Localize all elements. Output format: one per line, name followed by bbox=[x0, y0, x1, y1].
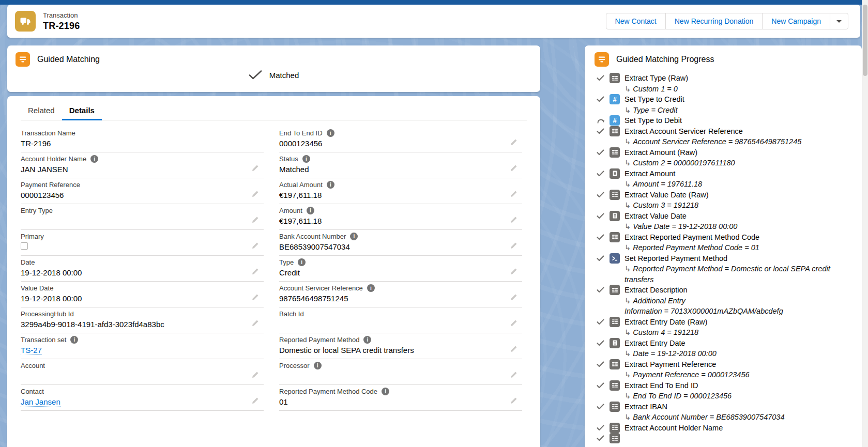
field-processinghub-id: ProcessingHub Id3299a4b9-9018-4191-afd3-… bbox=[21, 307, 264, 333]
scrollbar-thumb[interactable] bbox=[863, 5, 867, 76]
page-scrollbar[interactable] bbox=[862, 0, 868, 447]
edit-field-pencil-icon[interactable] bbox=[251, 268, 259, 275]
new-contact-button[interactable]: New Contact bbox=[606, 13, 666, 29]
field-label: Primary bbox=[21, 233, 44, 240]
details-right-column: End To End IDi0000123456StatusiMatchedAc… bbox=[279, 127, 522, 411]
step-done-check-icon bbox=[597, 128, 610, 134]
guided-matching-icon bbox=[16, 52, 30, 67]
info-icon[interactable]: i bbox=[327, 181, 334, 189]
step-type-table-icon bbox=[610, 126, 620, 136]
field-value: 3299a4b9-9018-4191-afd3-3023fd4a83bc bbox=[21, 319, 264, 329]
step-done-check-icon bbox=[597, 213, 610, 219]
step-done-check-icon bbox=[597, 435, 610, 441]
guided-step-extract-description: Extract Description↳ Additional EntryInf… bbox=[597, 285, 849, 317]
step-result: ↳ Custom 3 = 191218 bbox=[625, 200, 849, 211]
new-campaign-button[interactable]: New Campaign bbox=[762, 13, 830, 29]
step-result-text: Type = Credit bbox=[633, 106, 677, 114]
field-label: Batch Id bbox=[279, 310, 304, 318]
step-type-doc-icon bbox=[610, 211, 620, 221]
edit-field-pencil-icon[interactable] bbox=[251, 319, 259, 327]
info-icon[interactable]: i bbox=[314, 362, 322, 369]
edit-field-pencil-icon[interactable] bbox=[251, 294, 259, 301]
guided-step-extract-entry-date: Extract Entry Date↳ Date = 19-12-2018 00… bbox=[597, 338, 849, 359]
field-value: 19-12-2018 00:00 bbox=[21, 294, 264, 303]
info-icon[interactable]: i bbox=[350, 233, 358, 240]
info-icon[interactable]: i bbox=[90, 155, 98, 163]
step-result-text: transfers bbox=[625, 275, 653, 284]
step-result-text: Payment Reference = 0000123456 bbox=[633, 371, 749, 379]
field-label-row: Account Holder Namei bbox=[21, 152, 264, 163]
result-arrow-icon: ↳ bbox=[625, 371, 633, 379]
info-icon[interactable]: i bbox=[327, 129, 334, 137]
field-value-link[interactable]: Jan Jansen bbox=[21, 397, 60, 407]
step-type-hash-icon: # bbox=[610, 115, 620, 126]
field-value-link[interactable]: TS-27 bbox=[21, 346, 42, 355]
more-actions-dropdown-button[interactable] bbox=[830, 13, 848, 29]
field-reported-payment-method: Reported Payment MethodiDomestic or loca… bbox=[279, 333, 522, 359]
step-result: ↳ Reported Payment Method Code = 01 bbox=[625, 242, 849, 253]
chevron-down-icon bbox=[836, 20, 842, 23]
guided-step-extract-type-raw: Extract Type (Raw)↳ Custom 1 = 0 bbox=[597, 73, 849, 94]
new-recurring-donation-button[interactable]: New Recurring Donation bbox=[665, 13, 763, 29]
field-label-row: Value Date bbox=[21, 282, 264, 292]
field-label-row: Account Servicer Referencei bbox=[279, 282, 522, 292]
edit-field-pencil-icon[interactable] bbox=[510, 164, 517, 172]
edit-field-pencil-icon[interactable] bbox=[510, 345, 517, 353]
edit-field-pencil-icon[interactable] bbox=[251, 190, 259, 198]
step-result-text: Amount = 197611.18 bbox=[633, 180, 702, 188]
edit-field-pencil-icon[interactable] bbox=[510, 242, 517, 250]
step-done-check-icon bbox=[597, 361, 610, 367]
tab-related[interactable]: Related bbox=[21, 100, 62, 120]
steps-bars-icon bbox=[597, 55, 606, 64]
info-icon[interactable]: i bbox=[307, 207, 314, 214]
edit-field-pencil-icon[interactable] bbox=[251, 242, 259, 250]
info-icon[interactable]: i bbox=[70, 336, 78, 344]
edit-field-pencil-icon[interactable] bbox=[510, 268, 517, 275]
progress-step-list: Extract Type (Raw)↳ Custom 1 = 0#Set Typ… bbox=[585, 73, 862, 443]
guided-step-extract-value-date: Extract Value Date↳ Value Date = 19-12-2… bbox=[597, 211, 849, 232]
primary-checkbox[interactable] bbox=[21, 242, 28, 250]
step-result-text: Information = 7013X000001mAZbQAM/abcdefg bbox=[625, 307, 783, 315]
info-icon[interactable]: i bbox=[298, 258, 306, 266]
record-title: TR-2196 bbox=[43, 21, 80, 32]
edit-field-pencil-icon[interactable] bbox=[251, 397, 259, 405]
matching-status: Matched bbox=[7, 70, 540, 80]
result-arrow-icon: ↳ bbox=[625, 297, 633, 305]
edit-field-pencil-icon[interactable] bbox=[251, 216, 259, 224]
guided-step-set-type-to-credit: #Set Type to Credit↳ Type = Credit bbox=[597, 94, 849, 115]
edit-field-pencil-icon[interactable] bbox=[510, 397, 517, 405]
info-icon[interactable]: i bbox=[367, 284, 375, 292]
info-icon[interactable]: i bbox=[302, 155, 310, 163]
edit-field-pencil-icon[interactable] bbox=[510, 319, 517, 327]
field-contact: ContactJan Jansen bbox=[21, 385, 264, 411]
result-arrow-icon: ↳ bbox=[625, 180, 633, 188]
field-label-row: Statusi bbox=[279, 152, 522, 163]
field-value: 19-12-2018 00:00 bbox=[21, 268, 264, 278]
info-icon[interactable]: i bbox=[382, 388, 389, 395]
step-label: Extract Description bbox=[625, 285, 849, 296]
edit-field-pencil-icon[interactable] bbox=[251, 164, 259, 172]
guided-step-extract-reported-payment-method-code: Extract Reported Payment Method Code↳ Re… bbox=[597, 232, 849, 253]
step-type-table-icon bbox=[610, 433, 620, 443]
field-entry-type: Entry Type bbox=[21, 204, 264, 230]
edit-field-pencil-icon[interactable] bbox=[251, 371, 259, 379]
top-navigation-strip bbox=[0, 0, 868, 5]
tab-details[interactable]: Details bbox=[62, 100, 102, 120]
step-type-table-icon bbox=[610, 190, 620, 200]
edit-field-pencil-icon[interactable] bbox=[510, 294, 517, 301]
step-result: ↳ Custom 4 = 191218 bbox=[625, 327, 849, 338]
step-result-text: Reported Payment Method Code = 01 bbox=[633, 243, 759, 252]
edit-field-pencil-icon[interactable] bbox=[510, 138, 517, 146]
step-result-text: Account Servicer Reference = 98765464987… bbox=[633, 137, 801, 146]
field-label-row: Reported Payment Method Codei bbox=[279, 385, 522, 395]
edit-field-pencil-icon[interactable] bbox=[510, 371, 517, 379]
step-done-check-icon bbox=[597, 75, 610, 81]
edit-field-pencil-icon[interactable] bbox=[510, 190, 517, 198]
record-header-card: Transaction TR-2196 New Contact New Recu… bbox=[7, 5, 860, 38]
field-processor: Processori bbox=[279, 359, 522, 385]
step-type-hash-icon: # bbox=[610, 94, 620, 104]
edit-field-pencil-icon[interactable] bbox=[510, 216, 517, 224]
step-label: Extract Account Servicer Reference bbox=[625, 126, 849, 137]
step-skipped-arrow-icon bbox=[597, 117, 610, 125]
info-icon[interactable]: i bbox=[363, 336, 371, 344]
